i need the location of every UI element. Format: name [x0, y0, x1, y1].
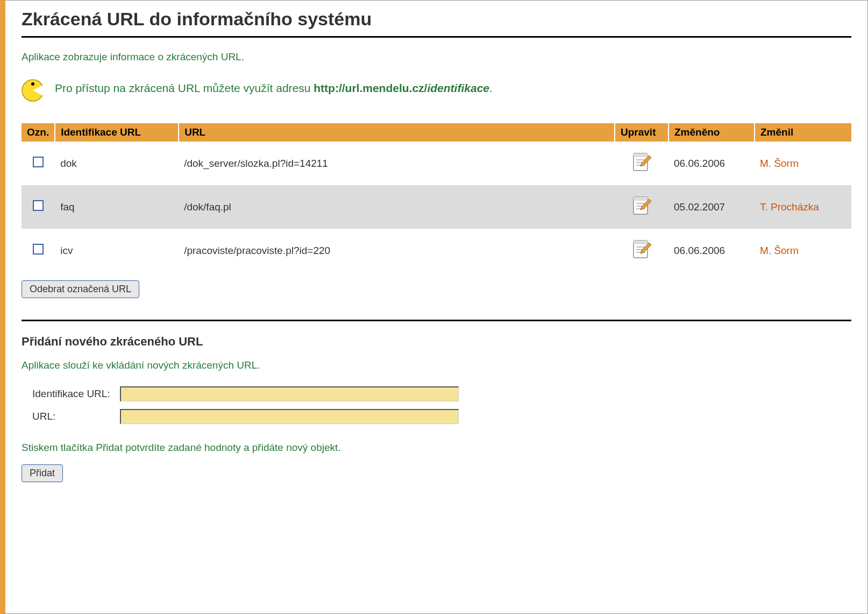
add-section-heading: Přidání nového zkráceného URL: [22, 335, 851, 349]
edit-icon[interactable]: [632, 195, 651, 216]
user-link[interactable]: M. Šorm: [760, 158, 799, 169]
divider: [22, 36, 851, 38]
divider: [22, 320, 851, 321]
cell-date: 06.06.2006: [668, 229, 755, 272]
cell-url: /pracoviste/pracoviste.pl?id=220: [179, 229, 615, 272]
svg-point-1: [31, 82, 34, 86]
cell-user: M. Šorm: [755, 229, 851, 272]
pacman-icon: [22, 79, 44, 102]
label-url: URL:: [28, 406, 115, 427]
table-row: icv/pracoviste/pracoviste.pl?id=22006.06…: [22, 229, 851, 272]
tip-url-bold: http://url.mendelu.cz/: [314, 82, 427, 94]
table-row: faq/dok/faq.pl05.02.2007T. Procházka: [22, 185, 851, 229]
cell-url: /dok/faq.pl: [179, 185, 615, 229]
cell-user: M. Šorm: [755, 142, 851, 185]
th-ident: Identifikace URL: [55, 123, 179, 142]
tip-text: Pro přístup na zkrácená URL můžete využí…: [55, 79, 493, 96]
th-ozn: Ozn.: [22, 123, 55, 142]
add-instruction: Stiskem tlačítka Přidat potvrdíte zadané…: [22, 442, 851, 454]
add-form: Identifikace URL: URL:: [27, 382, 464, 428]
url-input[interactable]: [120, 409, 459, 424]
cell-edit: [615, 185, 668, 229]
remove-selected-button[interactable]: Odebrat označená URL: [22, 280, 139, 298]
add-button[interactable]: Přidat: [22, 464, 63, 482]
th-url: URL: [179, 123, 615, 142]
tip-prefix: Pro přístup na zkrácená URL můžete využí…: [55, 82, 314, 94]
cell-ozn: [22, 229, 55, 272]
row-checkbox[interactable]: [33, 157, 44, 167]
row-checkbox[interactable]: [33, 200, 44, 211]
intro-text: Aplikace zobrazuje informace o zkrácenýc…: [22, 51, 851, 63]
tip-row: Pro přístup na zkrácená URL můžete využí…: [22, 74, 851, 102]
cell-user: T. Procházka: [755, 185, 851, 229]
ident-input[interactable]: [120, 386, 459, 401]
row-checkbox[interactable]: [33, 244, 44, 255]
user-link[interactable]: M. Šorm: [760, 245, 799, 256]
url-table: Ozn. Identifikace URL URL Upravit Změněn…: [22, 123, 851, 272]
edit-icon[interactable]: [632, 151, 651, 173]
tip-url-italic: identifikace: [427, 82, 489, 94]
cell-url: /dok_server/slozka.pl?id=14211: [179, 142, 615, 185]
page-container: Zkrácená URL do informačního systému Apl…: [0, 0, 868, 614]
edit-icon[interactable]: [632, 238, 651, 260]
th-user: Změnil: [755, 123, 851, 142]
label-ident: Identifikace URL:: [28, 383, 115, 405]
table-row: dok/dok_server/slozka.pl?id=1421106.06.2…: [22, 142, 851, 185]
cell-ozn: [22, 185, 55, 229]
page-title: Zkrácená URL do informačního systému: [22, 9, 851, 30]
cell-edit: [615, 142, 668, 185]
th-edit: Upravit: [615, 123, 668, 142]
cell-ident: dok: [55, 142, 179, 185]
cell-date: 05.02.2007: [668, 185, 755, 229]
tip-suffix: .: [489, 82, 493, 94]
th-date: Změněno: [668, 123, 755, 142]
cell-date: 06.06.2006: [668, 142, 755, 185]
cell-ident: faq: [55, 185, 179, 229]
user-link[interactable]: T. Procházka: [760, 201, 819, 213]
add-intro-text: Aplikace slouží ke vkládání nových zkrác…: [22, 359, 851, 371]
cell-ident: icv: [55, 229, 179, 272]
cell-edit: [615, 229, 668, 272]
cell-ozn: [22, 142, 55, 185]
